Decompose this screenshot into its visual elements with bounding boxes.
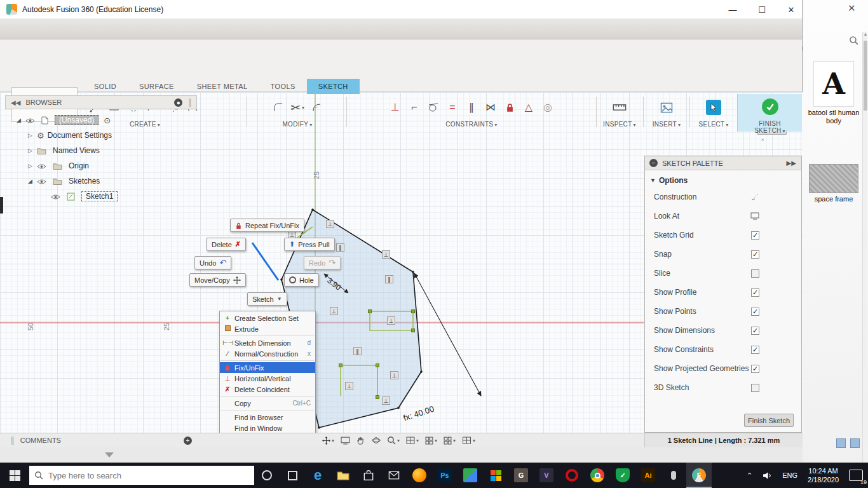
cortana-icon[interactable] [254,463,280,488]
maximize-button[interactable]: ☐ [747,0,776,19]
delete-button[interactable]: Delete ✗ [207,238,246,251]
tab-surface[interactable]: SURFACE [128,79,186,94]
palette-row-3d-sketch[interactable]: 3D Sketch [645,378,801,397]
menu-item-delete-coincident[interactable]: ✗ Delete Coincident [220,384,315,395]
browser-item-label[interactable]: (Unsaved) [55,115,98,125]
active-document-radio[interactable]: ⊙ [104,116,111,125]
browser-options-icon[interactable]: ● [174,98,182,107]
tab-solid[interactable]: SOLID [83,79,128,94]
checkbox[interactable] [751,327,759,335]
search-icon[interactable] [849,34,858,46]
timeline-handle-icon[interactable] [105,452,114,458]
start-button[interactable] [0,463,29,488]
tab-sketch[interactable]: SKETCH [307,79,360,94]
equal-constraint-icon[interactable]: = [443,97,462,118]
insert-image-icon[interactable] [657,97,676,118]
eye-icon[interactable] [37,177,50,186]
menu-item-normal-construction[interactable]: ∕ Normal/Constructionx [220,348,315,359]
move-copy-button[interactable]: Move/Copy [189,273,246,287]
menu-item-create-selection-set[interactable]: + Create Selection Set [220,313,315,323]
trim-icon[interactable]: ✂▾ [288,97,307,118]
browser-item-document-settings[interactable]: ▷ ⚙ Document Settings [28,130,112,141]
expand-icon[interactable]: ▷ [28,163,37,169]
edge-icon[interactable]: e [305,463,330,488]
minimize-button[interactable]: — [718,0,747,19]
sketch-dropdown-button[interactable]: Sketch ▼ [247,292,287,306]
constraint-icon[interactable]: ∥ [385,275,393,283]
expand-icon[interactable]: ▷ [28,147,37,154]
browser-grip-icon[interactable]: ║ [187,98,193,106]
checkbox[interactable] [751,308,759,316]
constraint-icon[interactable]: ⊥ [345,382,353,390]
browser-item-label[interactable]: Named Views [53,146,100,155]
finish-sketch-group-label[interactable]: FINISH SKETCH▾ [743,120,797,134]
polygon-constraint-icon[interactable]: △ [519,97,538,118]
expand-icon[interactable]: ◢ [28,178,37,184]
desktop-mini-icon[interactable] [850,438,860,448]
checkbox[interactable] [751,365,759,373]
viewports-icon[interactable]: ▾ [461,434,477,447]
menu-item-extrude[interactable]: Extrude [220,323,315,334]
constraint-icon[interactable]: ⊥ [387,316,395,325]
coincident-constraint-icon[interactable]: ⌐ [405,97,424,118]
mail-icon[interactable] [381,463,407,488]
inspect-group-label[interactable]: INSPECT▾ [600,121,639,128]
add-comment-icon[interactable]: + [184,437,192,445]
coincident-point[interactable] [339,363,342,367]
file-explorer-icon[interactable] [330,463,356,488]
orbit-icon[interactable] [370,434,382,447]
palette-row-show-dimensions[interactable]: Show Dimensions [645,321,801,340]
pan-icon[interactable] [355,434,367,447]
repeat-last-command-button[interactable]: Repeat Fix/UnFix [230,219,304,232]
maps-icon[interactable] [458,463,483,488]
palette-row-show-profile[interactable]: Show Profile [645,283,801,302]
chrome-icon[interactable] [585,463,610,488]
look-at-icon[interactable] [750,212,759,220]
fillet-icon[interactable] [269,97,288,118]
taskbar-search[interactable] [29,466,254,485]
midpoint-constraint-icon[interactable]: ⋈ [481,97,500,118]
fit-icon[interactable]: ▾ [405,434,420,447]
modify-group-label[interactable]: MODIFY▾ [253,121,342,128]
gimp-icon[interactable]: G [508,463,534,488]
select-group-label[interactable]: SELECT▾ [696,121,731,128]
defender-icon[interactable]: ✓ [610,463,635,488]
options-section-header[interactable]: ▼ Options [645,170,801,187]
finish-sketch-group[interactable]: FINISH SKETCH▾ [737,94,802,132]
illustrator-icon[interactable]: Ai [635,463,661,488]
insert-group-label[interactable]: INSERT▾ [648,121,685,128]
hole-button[interactable]: Hole [284,273,319,287]
menu-item-copy[interactable]: CopyCtrl+C [220,398,315,409]
palette-row-show-constraints[interactable]: Show Constraints [645,340,801,359]
coincident-point[interactable] [411,329,415,332]
checkbox[interactable] [751,269,759,278]
panel-resize-handle[interactable] [0,197,3,214]
constraint-icon[interactable]: ∥ [336,243,344,252]
display-settings-icon[interactable]: ▾ [424,434,438,447]
look-at-icon[interactable] [339,434,351,447]
measure-icon[interactable] [610,97,629,118]
redo-button[interactable]: Redo ↷ [304,256,341,269]
coincident-point[interactable] [368,309,372,313]
opera-icon[interactable] [559,463,585,488]
scroll-up-arrow[interactable]: ▲ [863,32,868,39]
coincident-point[interactable] [411,309,415,313]
collapse-browser-icon[interactable]: ◀◀ [11,99,20,106]
constraint-icon[interactable]: ⊥ [382,250,390,259]
close-icon[interactable]: ✕ [848,3,856,14]
constraint-icon[interactable]: ⊥ [382,396,390,405]
palette-row-look-at[interactable]: Look At [645,207,801,226]
tray-chevron-icon[interactable]: ⌃ [742,463,757,488]
voice-recorder-icon[interactable] [661,463,686,488]
palette-row-snap[interactable]: Snap [645,245,801,264]
desktop-mini-icon[interactable] [836,438,846,448]
photoshop-icon[interactable]: Ps [432,463,458,488]
checkbox[interactable] [751,346,759,354]
eye-icon[interactable] [37,161,50,170]
select-cursor-icon[interactable] [704,97,723,118]
browser-item-root[interactable]: ◢ (Unsaved) ⊙ [17,114,111,126]
taskbar-clock[interactable]: 10:24 AM2/18/2020 [803,463,844,488]
palette-row-sketch-grid[interactable]: Sketch Grid [645,226,801,245]
comments-bar[interactable]: ║ COMMENTS + [5,433,197,447]
action-center-icon[interactable]: 19 [844,463,868,488]
